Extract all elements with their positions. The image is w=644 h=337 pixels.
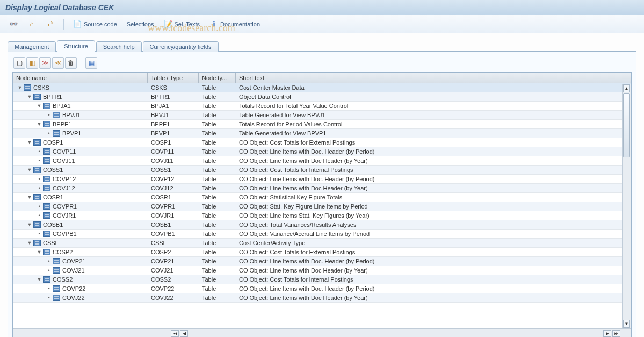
table-row[interactable]: ▼COSP1COSP1TableCO Object: Cost Totals f… <box>13 138 631 147</box>
table-row[interactable]: •COVP21COVP21TableCO Object: Line Items … <box>13 257 631 266</box>
table-node-icon <box>43 176 50 182</box>
cell-node-name: •BPVP1 <box>13 130 148 137</box>
scroll-down-icon[interactable]: ▼ <box>623 320 630 328</box>
table-row[interactable]: ▼BPJA1BPJA1TableTotals Record for Total … <box>13 102 631 111</box>
info-icon: ℹ <box>209 20 218 28</box>
cell-node-name: •BPVJ1 <box>13 112 148 118</box>
table-row[interactable]: •COVP11COVP11TableCO Object: Line Items … <box>13 147 631 156</box>
collapse-toggle-icon[interactable]: ▼ <box>17 85 23 90</box>
table-row[interactable]: ▼COSP2COSP2TableCO Object: Cost Totals f… <box>13 248 631 257</box>
node-name-label: COSS1 <box>43 167 63 173</box>
tab-management[interactable]: Management <box>8 41 56 52</box>
cell-table-type: COVJ11 <box>148 157 199 164</box>
node-name-label: COSB1 <box>43 221 63 228</box>
table-node-icon <box>33 221 41 228</box>
expand-all-button[interactable]: ≫ <box>39 57 51 69</box>
collapse-toggle-icon[interactable]: ▼ <box>37 277 42 282</box>
col-table-type[interactable]: Table / Type <box>148 73 199 83</box>
activation-button[interactable]: ⌂ <box>24 18 40 30</box>
table-row[interactable]: •COVJ21COVJ21TableCO Object: Line Items … <box>13 266 631 275</box>
table-node-icon <box>53 295 60 301</box>
documentation-button[interactable]: ℹDocumentation <box>206 18 264 30</box>
collapse-toggle-icon[interactable]: ▼ <box>37 103 42 109</box>
vertical-scrollbar[interactable]: ▲ ▼ <box>622 84 631 328</box>
delete-node-button[interactable]: 🗑 <box>65 57 77 69</box>
table-row[interactable]: •COVJ22COVJ22TableCO Object: Line Items … <box>13 293 631 303</box>
table-row[interactable]: •COVJR1COVJR1TableCO Object: Line Items … <box>13 211 631 220</box>
table-row[interactable]: •BPVP1BPVP1TableTable Generated for View… <box>13 129 631 138</box>
table-row[interactable]: ▼BPPE1BPPE1TableTotals Record for Period… <box>13 120 631 129</box>
generate-button[interactable]: ⇄ <box>42 18 58 30</box>
cell-table-type: COVP22 <box>148 285 199 292</box>
create-node-button[interactable]: ▢ <box>13 57 25 69</box>
scroll-first-icon[interactable]: ⏮ <box>171 330 179 337</box>
scroll-last-icon[interactable]: ⏭ <box>612 330 620 337</box>
table-row[interactable]: ▼CSSLCSSLTableCost Center/Activity Type <box>13 239 631 248</box>
scroll-track[interactable] <box>623 93 631 319</box>
collapse-all-button[interactable]: ≪ <box>52 57 64 69</box>
node-name-label: CSSL <box>43 240 59 246</box>
collapse-toggle-icon[interactable]: ▼ <box>27 195 32 200</box>
collapse-toggle-icon[interactable]: ▼ <box>27 94 32 99</box>
cell-table-type: BPVJ1 <box>148 112 199 118</box>
table-row[interactable]: •COVP12COVP12TableCO Object: Line Items … <box>13 175 631 184</box>
node-name-label: BPPE1 <box>53 121 71 127</box>
col-node-type[interactable]: Node ty... <box>199 73 236 83</box>
page-title: Display Logical Database CEK <box>5 3 114 12</box>
node-name-label: COVP21 <box>62 258 85 264</box>
cell-node-type: Table <box>199 176 236 182</box>
table-row[interactable]: ▼COSR1COSR1TableCO Object: Statistical K… <box>13 193 631 202</box>
collapse-toggle-icon[interactable]: ▼ <box>27 140 32 145</box>
toggle-display-button[interactable]: 👓 <box>5 18 21 30</box>
table-row[interactable]: •COVPR1COVPR1TableCO Object: Stat. Key F… <box>13 202 631 211</box>
table-row[interactable]: •COVP22COVP22TableCO Object: Line Items … <box>13 284 631 293</box>
table-row[interactable]: •COVJ11COVJ11TableCO Object: Line Items … <box>13 156 631 166</box>
scroll-up-icon[interactable]: ▲ <box>623 84 630 92</box>
leaf-bullet-icon: • <box>37 185 42 191</box>
cell-node-name: •COVJR1 <box>13 212 148 219</box>
cell-short-text: CO Object: Cost Totals for Internal Post… <box>236 167 631 173</box>
cell-node-name: ▼BPPE1 <box>13 121 148 127</box>
horizontal-scrollbar[interactable]: ⏮ ◀ ▶ ⏭ <box>13 328 631 337</box>
toolbar-separator <box>63 19 64 30</box>
table-row[interactable]: •BPVJ1BPVJ1TableTable Generated for View… <box>13 111 631 120</box>
tab-search-help[interactable]: Search help <box>96 41 142 52</box>
cell-node-name: ▼COSS1 <box>13 167 148 173</box>
collapse-toggle-icon[interactable]: ▼ <box>27 167 32 173</box>
cell-short-text: CO Object: Total Variances/Results Analy… <box>236 221 631 228</box>
scroll-thumb[interactable] <box>623 93 630 157</box>
collapse-toggle-icon[interactable]: ▼ <box>37 121 42 127</box>
table-row[interactable]: ▼COSS1COSS1TableCO Object: Cost Totals f… <box>13 166 631 175</box>
table-row[interactable]: ▼COSS2COSS2TableCO Object: Cost Totals f… <box>13 275 631 284</box>
table-row[interactable]: •COVPB1COVPB1TableCO Object: Variance/Ac… <box>13 230 631 239</box>
collapse-toggle-icon[interactable]: ▼ <box>27 240 32 246</box>
cell-node-name: •COVP12 <box>13 176 148 182</box>
source-code-button[interactable]: 📄Source code <box>69 18 121 30</box>
cell-node-name: ▼COSR1 <box>13 194 148 200</box>
cell-table-type: COSS2 <box>148 276 199 283</box>
collapse-toggle-icon[interactable]: ▼ <box>27 222 32 227</box>
cell-node-type: Table <box>199 94 236 100</box>
tree-body: ▼CSKSCSKSTableCost Center Master Data▼BP… <box>13 83 631 328</box>
edit-icon: ◧ <box>30 59 35 67</box>
display-node-button[interactable]: ▦ <box>85 57 97 69</box>
col-short-text[interactable]: Short text <box>236 73 631 83</box>
leaf-bullet-icon: • <box>37 231 42 236</box>
table-row[interactable]: ▼COSB1COSB1TableCO Object: Total Varianc… <box>13 220 631 230</box>
collapse-toggle-icon[interactable]: ▼ <box>37 249 42 255</box>
cell-table-type: COVJ12 <box>148 185 199 191</box>
cell-node-type: Table <box>199 167 236 173</box>
selections-button[interactable]: Selections <box>123 18 158 30</box>
cell-node-type: Table <box>199 249 236 255</box>
scroll-left-icon[interactable]: ◀ <box>180 330 188 337</box>
table-row[interactable]: •COVJ12COVJ12TableCO Object: Line Items … <box>13 184 631 193</box>
col-node-name[interactable]: Node name <box>13 73 148 83</box>
tab-currency-fields[interactable]: Currency/quantity fields <box>143 41 219 52</box>
table-row[interactable]: ▼CSKSCSKSTableCost Center Master Data <box>13 83 631 92</box>
cell-short-text: Cost Center/Activity Type <box>236 240 631 246</box>
table-row[interactable]: ▼BPTR1BPTR1TableObject Data Control <box>13 92 631 102</box>
scroll-right-icon[interactable]: ▶ <box>603 330 611 337</box>
change-node-button[interactable]: ◧ <box>26 57 38 69</box>
tab-structure[interactable]: Structure <box>57 40 95 52</box>
sel-texts-button[interactable]: 📝Sel. Texts <box>160 18 204 30</box>
